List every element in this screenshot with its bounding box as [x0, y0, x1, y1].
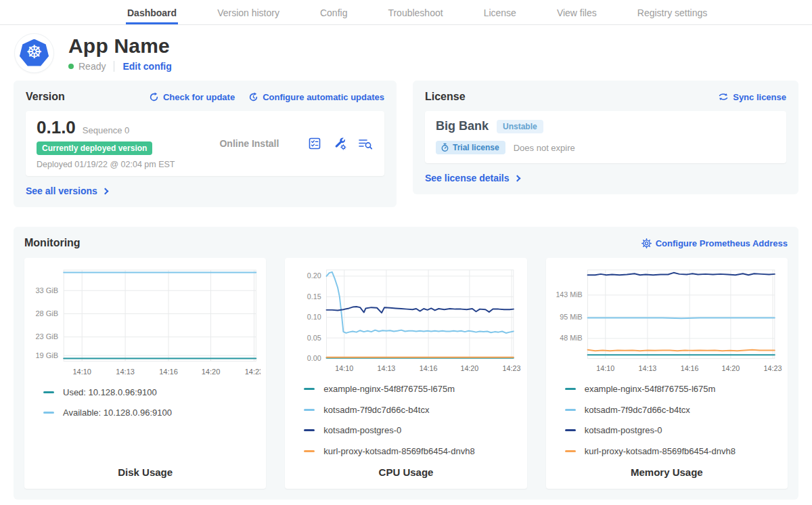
deployed-timestamp: Deployed 01/19/22 @ 02:04 pm EST	[37, 160, 175, 169]
legend-label: kurl-proxy-kotsadm-8569fb6454-dnvh8	[323, 446, 474, 456]
chart-title: Disk Usage	[30, 466, 261, 480]
preflight-checks-icon[interactable]	[307, 136, 322, 151]
tab-version-history[interactable]: Version history	[216, 1, 281, 24]
legend-label: kurl-proxy-kotsadm-8569fb6454-dnvh8	[585, 446, 736, 456]
svg-text:0.00: 0.00	[307, 354, 321, 362]
version-card-title: Version	[26, 91, 65, 103]
svg-text:28 GiB: 28 GiB	[35, 309, 58, 317]
legend-item: example-nginx-54f8f76755-l675m	[304, 384, 521, 394]
legend-swatch-icon	[565, 388, 576, 390]
version-card: Version Check for update Configure au	[14, 81, 397, 207]
expiry-label: Does not expire	[514, 143, 575, 153]
tab-config[interactable]: Config	[319, 1, 348, 24]
tab-view-files[interactable]: View files	[556, 1, 598, 24]
check-for-update-link[interactable]: Check for update	[149, 92, 235, 102]
top-nav: DashboardVersion historyConfigTroublesho…	[0, 0, 812, 25]
legend-item: kotsadm-7f9dc7d66c-b4tcx	[565, 405, 782, 415]
legend-label: example-nginx-54f8f76755-l675m	[585, 384, 716, 394]
cpu-usage-legend: example-nginx-54f8f76755-l675mkotsadm-7f…	[304, 384, 521, 466]
svg-text:14:20: 14:20	[202, 368, 221, 376]
svg-text:143 MiB: 143 MiB	[556, 290, 582, 299]
sequence-label: Sequence 0	[83, 125, 129, 135]
tab-registry-settings[interactable]: Registry settings	[636, 1, 708, 24]
legend-swatch-icon	[43, 391, 54, 393]
legend-label: kotsadm-7f9dc7d66c-b4tcx	[585, 405, 690, 415]
svg-text:0.20: 0.20	[307, 271, 321, 280]
svg-text:0.10: 0.10	[307, 313, 321, 321]
divider	[114, 61, 114, 72]
legend-item: Used: 10.128.0.96:9100	[43, 387, 261, 397]
legend-item: example-nginx-54f8f76755-l675m	[565, 384, 782, 394]
disk-usage-chart: 33 GiB28 GiB23 GiB19 GiB14:1014:1314:161…	[30, 265, 261, 379]
legend-label: example-nginx-54f8f76755-l675m	[323, 384, 455, 394]
edit-config-link[interactable]: Edit config	[122, 61, 171, 72]
channel-badge: Unstable	[497, 120, 543, 133]
stopwatch-icon	[441, 143, 449, 152]
legend-label: kotsadm-7f9dc7d66c-b4tcx	[323, 405, 429, 415]
memory-usage-chart: 143 MiB95 MiB48 MiB14:1014:1314:1614:201…	[551, 265, 782, 376]
legend-swatch-icon	[565, 429, 576, 431]
legend-item: kurl-proxy-kotsadm-8569fb6454-dnvh8	[304, 446, 521, 456]
see-all-versions-link[interactable]: See all versions	[26, 185, 108, 196]
app-status: Ready	[78, 61, 106, 72]
see-license-details-link[interactable]: See license details	[425, 173, 520, 183]
svg-text:14:16: 14:16	[420, 364, 438, 372]
tab-dashboard[interactable]: Dashboard	[126, 1, 178, 24]
tab-troubleshoot[interactable]: Troubleshoot	[386, 1, 444, 24]
svg-text:14:10: 14:10	[596, 364, 614, 372]
memory-usage-legend: example-nginx-54f8f76755-l675mkotsadm-7f…	[565, 384, 782, 466]
svg-text:33 GiB: 33 GiB	[35, 286, 58, 294]
cpu-usage-chart: 0.200.150.100.050.0014:1014:1314:1614:20…	[290, 265, 521, 376]
svg-text:14:13: 14:13	[378, 364, 396, 372]
version-number: 0.1.0	[37, 117, 76, 138]
svg-text:48 MiB: 48 MiB	[560, 334, 582, 342]
svg-text:0.05: 0.05	[307, 334, 321, 342]
chevron-right-icon	[514, 175, 520, 181]
svg-text:14:10: 14:10	[72, 368, 91, 376]
app-logo: ☸	[15, 34, 53, 72]
nav-tabs: DashboardVersion historyConfigTroublesho…	[126, 1, 708, 24]
svg-text:14:10: 14:10	[336, 364, 354, 372]
configure-automatic-updates-link[interactable]: Configure automatic updates	[248, 92, 384, 102]
edit-config-tools-icon[interactable]	[332, 136, 347, 151]
legend-item: kurl-proxy-kotsadm-8569fb6454-dnvh8	[565, 446, 782, 456]
memory-usage-chart-card: 143 MiB95 MiB48 MiB14:1014:1314:1614:201…	[546, 258, 788, 489]
disk-usage-legend: Used: 10.128.0.96:9100Available: 10.128.…	[43, 387, 261, 429]
svg-text:0.15: 0.15	[307, 292, 321, 301]
legend-swatch-icon	[565, 450, 576, 452]
legend-label: kotsadm-postgres-0	[323, 425, 401, 435]
legend-swatch-icon	[304, 429, 315, 431]
tab-license[interactable]: License	[482, 1, 518, 24]
license-card-title: License	[425, 91, 466, 103]
svg-text:14:23: 14:23	[245, 368, 261, 376]
sync-license-link[interactable]: Sync license	[718, 92, 786, 102]
sync-arrows-icon	[718, 92, 729, 102]
license-panel: Big Bank Unstable Trial license Does not…	[425, 111, 786, 163]
customer-name: Big Bank	[436, 119, 489, 133]
legend-swatch-icon	[304, 388, 315, 390]
deployed-badge: Currently deployed version	[37, 141, 152, 155]
legend-swatch-icon	[304, 409, 315, 411]
legend-label: Available: 10.128.0.96:9100	[63, 408, 172, 418]
status-dot-icon	[68, 64, 74, 69]
monitoring-section: Monitoring Configure Prometheus Address …	[14, 227, 798, 500]
svg-text:95 MiB: 95 MiB	[560, 313, 582, 321]
svg-text:14:20: 14:20	[461, 364, 479, 372]
view-logs-icon[interactable]	[357, 136, 374, 151]
kubernetes-icon: ☸	[20, 39, 49, 68]
svg-text:14:13: 14:13	[638, 364, 656, 372]
chart-title: Memory Usage	[551, 466, 782, 480]
legend-item: kotsadm-7f9dc7d66c-b4tcx	[304, 405, 521, 415]
legend-item: Available: 10.128.0.96:9100	[43, 408, 261, 418]
svg-text:14:16: 14:16	[680, 364, 698, 372]
disk-usage-chart-card: 33 GiB28 GiB23 GiB19 GiB14:1014:1314:161…	[24, 258, 266, 489]
page-title: App Name	[68, 35, 172, 58]
legend-item: kotsadm-postgres-0	[565, 425, 782, 435]
configure-prometheus-link[interactable]: Configure Prometheus Address	[641, 238, 788, 248]
current-version-panel: 0.1.0 Sequence 0 Currently deployed vers…	[26, 111, 384, 176]
svg-text:23 GiB: 23 GiB	[35, 332, 58, 341]
svg-text:19 GiB: 19 GiB	[35, 351, 58, 359]
svg-text:14:16: 14:16	[159, 368, 178, 376]
monitoring-title: Monitoring	[24, 237, 81, 249]
svg-text:14:23: 14:23	[503, 364, 521, 372]
